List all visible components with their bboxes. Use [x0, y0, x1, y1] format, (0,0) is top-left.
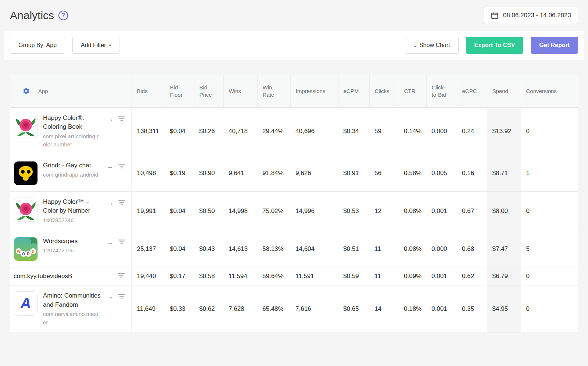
metric-cell: $0.91 — [338, 155, 369, 191]
page-title: Analytics — [10, 9, 54, 22]
metric-cell: $6.79 — [487, 267, 521, 285]
svg-text:A: A — [20, 295, 31, 311]
column-header-clicks: Clicks — [369, 75, 399, 107]
metric-cell: $13.92 — [487, 107, 521, 155]
open-app-arrow-icon[interactable]: → — [106, 238, 114, 246]
column-header-ctr: CTR — [399, 75, 426, 107]
metric-cell: 138,311 — [132, 107, 165, 155]
app-cell: A Amino: Communities and Fandom com.narv… — [10, 285, 132, 333]
metric-cell: 0 — [521, 285, 578, 333]
column-header-conversions: Conversions — [521, 75, 578, 107]
filter-row-icon[interactable] — [118, 200, 125, 205]
filter-row-icon[interactable] — [118, 294, 125, 299]
open-app-arrow-icon[interactable]: → — [106, 199, 114, 206]
group-by-button[interactable]: Group By: App — [10, 37, 65, 54]
column-header-impressions: Impressions — [290, 75, 338, 107]
show-chart-button[interactable]: ↓ Show Chart — [405, 37, 459, 54]
open-app-arrow-icon[interactable]: → — [106, 163, 114, 170]
export-csv-label: Export To CSV — [474, 42, 515, 49]
get-report-button[interactable]: Get Report — [531, 37, 578, 54]
app-cell: W O R D Wordscapes 1207472156 → — [10, 231, 132, 267]
app-bundle: 1407852246 — [43, 216, 101, 225]
metric-cell: $0.90 — [194, 155, 223, 191]
column-header-app: App — [10, 75, 132, 107]
metric-cell: $0.17 — [165, 267, 194, 285]
metric-cell: 0.005 — [426, 155, 457, 191]
metric-cell: $0.19 — [165, 155, 194, 191]
add-filter-button[interactable]: Add Filter ▾ — [72, 37, 119, 54]
analytics-table: App Bids Bid Floor Bid Price Wins Win Ra… — [10, 75, 578, 333]
export-csv-button[interactable]: Export To CSV — [466, 37, 524, 54]
metric-cell: 12 — [369, 191, 399, 231]
app-icon — [14, 114, 38, 138]
metric-cell: 58.13% — [257, 231, 290, 267]
metric-cell: 0.001 — [426, 285, 457, 333]
metric-cell: 0.58% — [399, 155, 426, 191]
toolbar: Group By: App Add Filter ▾ ↓ Show Chart … — [4, 31, 584, 60]
metric-cell: 0 — [521, 267, 578, 285]
date-range-picker[interactable]: 08.06.2023 - 14.06.2023 — [484, 7, 578, 24]
app-name: com.kyy.tubevideosB — [14, 273, 72, 280]
app-bundle: com.narvii.amino.master — [43, 310, 101, 327]
table-body: Happy Color®: Coloring Book com.pixel.ar… — [10, 107, 578, 333]
metric-cell: 14,604 — [290, 231, 338, 267]
analytics-table-card: App Bids Bid Floor Bid Price Wins Win Ra… — [10, 75, 578, 333]
help-icon[interactable]: ? — [58, 11, 68, 20]
column-settings-gear-icon[interactable] — [22, 87, 30, 95]
metric-cell: 0.24 — [457, 107, 487, 155]
app-cell: Happy Color®: Coloring Book com.pixel.ar… — [10, 107, 132, 155]
metric-cell: 65.48% — [257, 285, 290, 333]
metric-cell: 59 — [369, 107, 399, 155]
metric-cell: 40,718 — [223, 107, 257, 155]
metric-cell: 10,498 — [132, 155, 165, 191]
metric-cell: 9,641 — [223, 155, 257, 191]
filter-row-icon[interactable] — [118, 116, 125, 121]
metric-cell: 75.02% — [257, 191, 290, 231]
open-app-arrow-icon[interactable]: → — [106, 293, 114, 300]
date-range-value: 08.06.2023 - 14.06.2023 — [503, 12, 571, 19]
group-by-label: Group By: App — [18, 42, 57, 49]
metric-cell: 0 — [521, 107, 578, 155]
metric-cell: 0.18% — [399, 285, 426, 333]
add-filter-label: Add Filter — [81, 42, 106, 49]
metric-cell: $0.65 — [338, 285, 369, 333]
metric-cell: 40,696 — [290, 107, 338, 155]
metric-cell: $0.51 — [338, 231, 369, 267]
column-header-ecpc: eCPC — [457, 75, 487, 107]
chevron-down-icon: ▾ — [109, 43, 111, 48]
metric-cell: 0.001 — [426, 267, 457, 285]
metric-cell: 56 — [369, 155, 399, 191]
open-app-arrow-icon[interactable]: → — [106, 115, 114, 122]
filter-row-icon[interactable] — [118, 239, 125, 245]
column-header-bids: Bids — [132, 75, 165, 107]
metric-cell: 29.44% — [257, 107, 290, 155]
metric-cell: 0.09% — [399, 267, 426, 285]
filter-row-icon[interactable] — [118, 163, 125, 169]
column-header-ecpm: eCPM — [338, 75, 369, 107]
table-row: A Amino: Communities and Fandom com.narv… — [10, 285, 578, 333]
metric-cell: 0.000 — [426, 231, 457, 267]
metric-cell: 5 — [521, 231, 578, 267]
metric-cell: $0.43 — [194, 231, 223, 267]
column-header-wins: Wins — [223, 75, 257, 107]
svg-text:D: D — [32, 249, 34, 253]
down-arrow-icon: ↓ — [413, 42, 416, 49]
metric-cell: 9,626 — [290, 155, 338, 191]
table-row: Happy Color™ – Color by Number 140785224… — [10, 191, 578, 231]
app-cell: Grindr - Gay chat com.grindrapp.android … — [10, 155, 132, 191]
column-label: App — [38, 88, 48, 95]
table-header-row: App Bids Bid Floor Bid Price Wins Win Ra… — [10, 75, 578, 107]
svg-text:W: W — [17, 249, 21, 253]
app-cell: com.kyy.tubevideosB — [10, 267, 132, 285]
metric-cell: $0.50 — [194, 191, 223, 231]
table-row: com.kyy.tubevideosB 19,440 $0.17 $0.58 1… — [10, 267, 578, 285]
filter-row-icon[interactable] — [118, 273, 125, 278]
metric-cell: 0.67 — [457, 191, 487, 231]
app-bundle: com.pixel.art.coloring.color.number — [43, 132, 101, 149]
metric-cell: 11 — [369, 267, 399, 285]
column-header-click-to-bid: Click-to-Bid — [426, 75, 457, 107]
app-icon — [14, 161, 38, 185]
get-report-label: Get Report — [539, 42, 570, 49]
app-name: Happy Color™ – Color by Number — [43, 198, 101, 216]
metric-cell: 0.62 — [457, 267, 487, 285]
